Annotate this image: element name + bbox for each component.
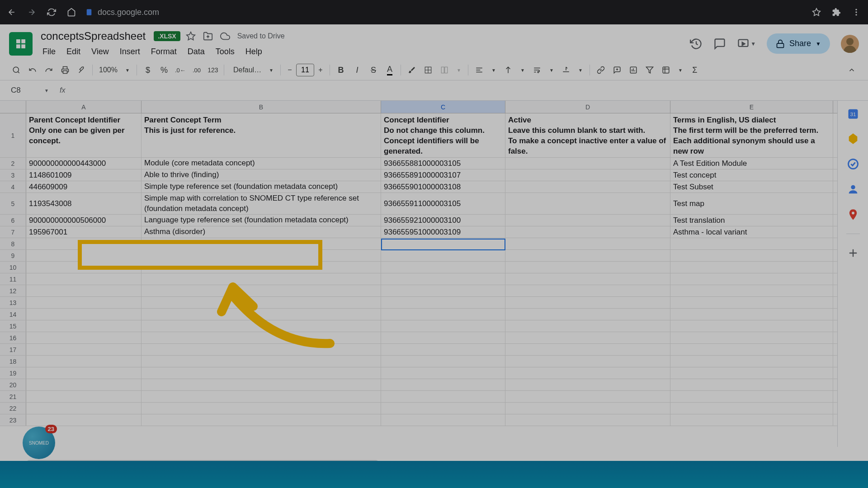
chevron-down-icon[interactable]: ▼	[266, 65, 277, 75]
cell[interactable]: Able to thrive (finding)	[142, 169, 381, 181]
comments-icon[interactable]	[713, 38, 726, 50]
cell[interactable]: Simple type reference set (foundation me…	[142, 181, 381, 192]
user-avatar[interactable]	[841, 35, 859, 53]
cell[interactable]: Test translation	[670, 215, 833, 226]
cell[interactable]: 900000000000506000	[26, 215, 142, 226]
select-all-corner[interactable]	[0, 101, 26, 113]
filter-icon[interactable]	[642, 63, 657, 77]
menu-file[interactable]: File	[38, 45, 60, 58]
cell[interactable]: 195967001	[26, 226, 142, 238]
cell[interactable]	[142, 320, 381, 332]
fill-color-icon[interactable]	[405, 63, 419, 77]
cell[interactable]	[670, 367, 833, 379]
reload-icon[interactable]	[47, 8, 56, 17]
row-number[interactable]: 7	[0, 226, 26, 238]
cell[interactable]	[26, 250, 142, 261]
cell[interactable]	[505, 367, 670, 379]
menu-data[interactable]: Data	[183, 45, 209, 58]
decrease-font-icon[interactable]: −	[284, 65, 295, 75]
row-number[interactable]: 18	[0, 356, 26, 367]
font-size-input[interactable]	[296, 64, 314, 76]
percent-icon[interactable]: %	[157, 63, 171, 77]
cell[interactable]	[381, 250, 505, 261]
cell[interactable]	[505, 320, 670, 332]
cell[interactable]	[505, 391, 670, 402]
present-icon[interactable]	[737, 38, 750, 50]
cell[interactable]: 446609009	[26, 181, 142, 192]
row-number[interactable]: 3	[0, 169, 26, 181]
cell[interactable]	[505, 344, 670, 355]
cell[interactable]	[505, 226, 670, 238]
cell[interactable]: 936655881000003105	[381, 158, 505, 169]
link-icon[interactable]	[594, 63, 608, 77]
vertical-align-icon[interactable]	[501, 63, 515, 77]
cell[interactable]: Test concept	[670, 169, 833, 181]
cell[interactable]: 936655911000003105	[381, 193, 505, 214]
cell[interactable]	[26, 379, 142, 390]
cell[interactable]	[670, 262, 833, 273]
cell[interactable]	[670, 356, 833, 367]
text-rotation-icon[interactable]	[559, 63, 573, 77]
decrease-decimal-icon[interactable]: .0←	[173, 63, 188, 77]
functions-icon[interactable]: Σ	[688, 63, 702, 77]
row-number[interactable]: 15	[0, 320, 26, 332]
text-wrap-icon[interactable]	[530, 63, 544, 77]
bookmark-star-icon[interactable]	[812, 8, 821, 17]
contacts-icon[interactable]	[847, 183, 859, 196]
insert-comment-icon[interactable]	[610, 63, 624, 77]
row-number[interactable]: 19	[0, 367, 26, 379]
maps-icon[interactable]	[847, 208, 859, 221]
document-title[interactable]: conceptsSpreadsheet	[38, 29, 148, 43]
cell[interactable]	[670, 273, 833, 285]
column-header-e[interactable]: E	[670, 101, 833, 113]
cell[interactable]	[505, 297, 670, 308]
cell[interactable]: 900000000000443000	[26, 158, 142, 169]
cell[interactable]	[505, 215, 670, 226]
cell[interactable]	[505, 181, 670, 192]
row-number[interactable]: 12	[0, 285, 26, 296]
cell[interactable]	[381, 320, 505, 332]
snomed-badge[interactable]: SNOMED 23	[23, 427, 55, 459]
cell[interactable]	[381, 403, 505, 414]
collapse-toolbar-icon[interactable]	[844, 63, 859, 77]
cell[interactable]	[670, 238, 833, 249]
cell[interactable]: Asthma (disorder)	[142, 226, 381, 238]
cell[interactable]	[381, 297, 505, 308]
cell[interactable]	[26, 344, 142, 355]
add-addon-icon[interactable]	[847, 247, 859, 259]
cell[interactable]	[26, 367, 142, 379]
italic-icon[interactable]: I	[350, 63, 364, 77]
chevron-down-icon[interactable]: ▼	[575, 65, 586, 75]
search-icon[interactable]	[9, 63, 24, 77]
browser-menu-icon[interactable]	[852, 8, 861, 17]
cell[interactable]: Terms in English, US dialectThe first te…	[670, 113, 833, 157]
cell[interactable]	[381, 414, 505, 426]
row-number[interactable]: 14	[0, 309, 26, 320]
chevron-down-icon[interactable]: ▼	[750, 41, 756, 47]
cell[interactable]	[381, 332, 505, 343]
cell[interactable]: Simple map with correlation to SNOMED CT…	[142, 193, 381, 214]
row-number[interactable]: 6	[0, 215, 26, 226]
cell[interactable]: 118669005	[26, 238, 142, 249]
forward-icon[interactable]	[27, 8, 36, 17]
cell[interactable]	[142, 262, 381, 273]
cell[interactable]	[26, 332, 142, 343]
row-number[interactable]: 2	[0, 158, 26, 169]
zoom-level[interactable]: 100%	[96, 66, 120, 74]
row-number[interactable]: 22	[0, 403, 26, 414]
cell[interactable]	[26, 356, 142, 367]
sheets-logo[interactable]	[9, 32, 33, 56]
cell[interactable]: Procedure on respiratory system (procedu…	[142, 238, 381, 249]
cell[interactable]	[26, 403, 142, 414]
chevron-down-icon[interactable]: ▼	[675, 65, 686, 75]
row-number[interactable]: 21	[0, 391, 26, 402]
cell[interactable]	[381, 285, 505, 296]
cell[interactable]	[26, 414, 142, 426]
increase-decimal-icon[interactable]: .00	[189, 63, 204, 77]
cell[interactable]	[142, 309, 381, 320]
keep-icon[interactable]	[847, 132, 859, 145]
cell[interactable]	[142, 273, 381, 285]
chevron-down-icon[interactable]: ▼	[453, 65, 464, 75]
chevron-down-icon[interactable]: ▼	[517, 65, 528, 75]
cell[interactable]	[381, 379, 505, 390]
